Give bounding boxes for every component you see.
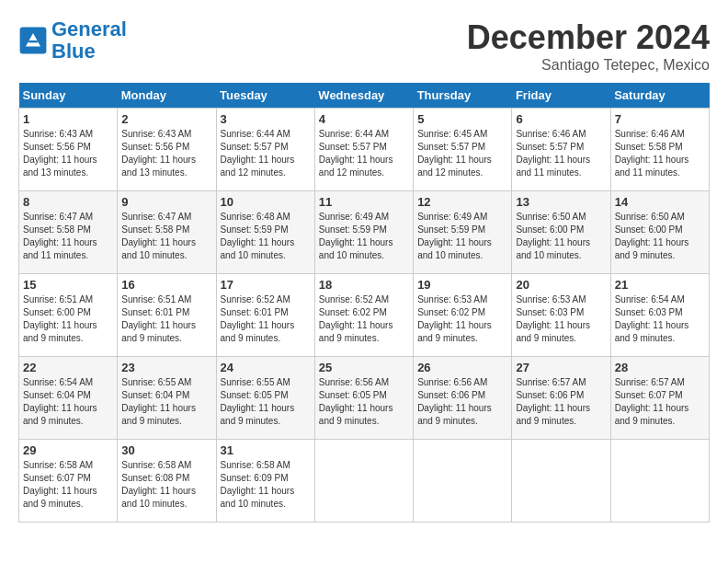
calendar-cell: 2 Sunrise: 6:43 AMSunset: 5:56 PMDayligh… xyxy=(118,109,216,191)
page-header: General Blue December 2024 Santiago Tete… xyxy=(18,18,710,74)
day-info: Sunrise: 6:55 AMSunset: 6:04 PMDaylight:… xyxy=(121,376,211,428)
day-info: Sunrise: 6:58 AMSunset: 6:07 PMDaylight:… xyxy=(23,459,113,511)
calendar-cell: 11 Sunrise: 6:49 AMSunset: 5:59 PMDaylig… xyxy=(314,191,413,274)
calendar-cell: 19 Sunrise: 6:53 AMSunset: 6:02 PMDaylig… xyxy=(414,274,512,357)
weekday-header-row: SundayMondayTuesdayWednesdayThursdayFrid… xyxy=(19,83,710,109)
day-info: Sunrise: 6:56 AMSunset: 6:05 PMDaylight:… xyxy=(319,376,409,428)
logo: General Blue xyxy=(18,18,127,63)
day-number: 8 xyxy=(23,195,113,209)
day-info: Sunrise: 6:50 AMSunset: 6:00 PMDaylight:… xyxy=(615,211,705,262)
location-title: Santiago Tetepec, Mexico xyxy=(467,57,710,74)
day-number: 15 xyxy=(23,278,113,292)
day-info: Sunrise: 6:54 AMSunset: 6:03 PMDaylight:… xyxy=(615,293,705,345)
svg-rect-2 xyxy=(28,40,38,42)
day-number: 11 xyxy=(319,195,409,209)
weekday-header-wednesday: Wednesday xyxy=(314,83,413,109)
calendar-cell: 31 Sunrise: 6:58 AMSunset: 6:09 PMDaylig… xyxy=(216,440,314,523)
calendar-cell: 14 Sunrise: 6:50 AMSunset: 6:00 PMDaylig… xyxy=(610,191,709,274)
calendar-table: SundayMondayTuesdayWednesdayThursdayFrid… xyxy=(18,83,710,523)
day-info: Sunrise: 6:51 AMSunset: 6:01 PMDaylight:… xyxy=(121,293,211,345)
weekday-header-thursday: Thursday xyxy=(414,83,512,109)
calendar-cell: 18 Sunrise: 6:52 AMSunset: 6:02 PMDaylig… xyxy=(314,274,413,357)
day-info: Sunrise: 6:50 AMSunset: 6:00 PMDaylight:… xyxy=(516,211,606,262)
day-number: 19 xyxy=(417,278,507,292)
calendar-cell: 13 Sunrise: 6:50 AMSunset: 6:00 PMDaylig… xyxy=(512,191,610,274)
weekday-header-friday: Friday xyxy=(512,83,610,109)
day-number: 24 xyxy=(221,361,311,374)
weekday-header-tuesday: Tuesday xyxy=(216,83,314,109)
day-info: Sunrise: 6:46 AMSunset: 5:57 PMDaylight:… xyxy=(516,128,606,179)
day-info: Sunrise: 6:44 AMSunset: 5:57 PMDaylight:… xyxy=(319,128,409,179)
day-info: Sunrise: 6:53 AMSunset: 6:03 PMDaylight:… xyxy=(516,293,606,345)
calendar-cell: 25 Sunrise: 6:56 AMSunset: 6:05 PMDaylig… xyxy=(314,357,413,440)
day-info: Sunrise: 6:49 AMSunset: 5:59 PMDaylight:… xyxy=(417,211,507,262)
day-number: 18 xyxy=(319,278,409,292)
day-info: Sunrise: 6:53 AMSunset: 6:02 PMDaylight:… xyxy=(417,293,507,345)
month-title: December 2024 xyxy=(467,18,710,57)
calendar-cell: 24 Sunrise: 6:55 AMSunset: 6:05 PMDaylig… xyxy=(216,357,314,440)
day-number: 16 xyxy=(121,278,211,292)
day-number: 7 xyxy=(615,112,705,126)
day-info: Sunrise: 6:43 AMSunset: 5:56 PMDaylight:… xyxy=(23,128,113,179)
day-info: Sunrise: 6:58 AMSunset: 6:09 PMDaylight:… xyxy=(221,459,311,511)
calendar-body: 1 Sunrise: 6:43 AMSunset: 5:56 PMDayligh… xyxy=(19,109,710,523)
week-row-3: 15 Sunrise: 6:51 AMSunset: 6:00 PMDaylig… xyxy=(19,274,710,357)
day-info: Sunrise: 6:52 AMSunset: 6:02 PMDaylight:… xyxy=(319,293,409,345)
weekday-header-sunday: Sunday xyxy=(19,83,118,109)
day-info: Sunrise: 6:56 AMSunset: 6:06 PMDaylight:… xyxy=(417,376,507,428)
day-number: 10 xyxy=(221,195,311,209)
calendar-cell: 12 Sunrise: 6:49 AMSunset: 5:59 PMDaylig… xyxy=(414,191,512,274)
day-info: Sunrise: 6:51 AMSunset: 6:00 PMDaylight:… xyxy=(23,293,113,345)
day-info: Sunrise: 6:45 AMSunset: 5:57 PMDaylight:… xyxy=(417,128,507,179)
calendar-cell: 27 Sunrise: 6:57 AMSunset: 6:06 PMDaylig… xyxy=(512,357,610,440)
day-number: 17 xyxy=(221,278,311,292)
calendar-cell: 20 Sunrise: 6:53 AMSunset: 6:03 PMDaylig… xyxy=(512,274,610,357)
day-number: 4 xyxy=(319,112,409,126)
week-row-1: 1 Sunrise: 6:43 AMSunset: 5:56 PMDayligh… xyxy=(19,109,710,191)
calendar-cell: 15 Sunrise: 6:51 AMSunset: 6:00 PMDaylig… xyxy=(19,274,118,357)
calendar-cell: 7 Sunrise: 6:46 AMSunset: 5:58 PMDayligh… xyxy=(610,109,709,191)
day-number: 23 xyxy=(121,361,211,374)
calendar-cell: 17 Sunrise: 6:52 AMSunset: 6:01 PMDaylig… xyxy=(216,274,314,357)
calendar-cell xyxy=(610,440,709,523)
day-number: 26 xyxy=(417,361,507,374)
calendar-cell: 16 Sunrise: 6:51 AMSunset: 6:01 PMDaylig… xyxy=(118,274,216,357)
calendar-cell: 21 Sunrise: 6:54 AMSunset: 6:03 PMDaylig… xyxy=(610,274,709,357)
day-number: 6 xyxy=(516,112,606,126)
day-number: 3 xyxy=(221,112,311,126)
logo-text: General Blue xyxy=(51,18,127,63)
calendar-cell xyxy=(314,440,413,523)
calendar-cell: 22 Sunrise: 6:54 AMSunset: 6:04 PMDaylig… xyxy=(19,357,118,440)
day-info: Sunrise: 6:54 AMSunset: 6:04 PMDaylight:… xyxy=(23,376,113,428)
week-row-4: 22 Sunrise: 6:54 AMSunset: 6:04 PMDaylig… xyxy=(19,357,710,440)
day-number: 20 xyxy=(516,278,606,292)
calendar-cell: 30 Sunrise: 6:58 AMSunset: 6:08 PMDaylig… xyxy=(118,440,216,523)
title-block: December 2024 Santiago Tetepec, Mexico xyxy=(467,18,710,74)
day-number: 1 xyxy=(23,112,113,126)
calendar-cell: 6 Sunrise: 6:46 AMSunset: 5:57 PMDayligh… xyxy=(512,109,610,191)
day-number: 31 xyxy=(221,443,311,457)
day-info: Sunrise: 6:46 AMSunset: 5:58 PMDaylight:… xyxy=(615,128,705,179)
day-number: 25 xyxy=(319,361,409,374)
day-info: Sunrise: 6:43 AMSunset: 5:56 PMDaylight:… xyxy=(121,128,211,179)
day-number: 9 xyxy=(121,195,211,209)
calendar-cell: 29 Sunrise: 6:58 AMSunset: 6:07 PMDaylig… xyxy=(19,440,118,523)
day-number: 30 xyxy=(121,443,211,457)
day-info: Sunrise: 6:57 AMSunset: 6:07 PMDaylight:… xyxy=(615,376,705,428)
calendar-cell xyxy=(512,440,610,523)
day-number: 12 xyxy=(417,195,507,209)
day-number: 13 xyxy=(516,195,606,209)
calendar-cell: 3 Sunrise: 6:44 AMSunset: 5:57 PMDayligh… xyxy=(216,109,314,191)
day-number: 27 xyxy=(516,361,606,374)
week-row-5: 29 Sunrise: 6:58 AMSunset: 6:07 PMDaylig… xyxy=(19,440,710,523)
calendar-cell: 23 Sunrise: 6:55 AMSunset: 6:04 PMDaylig… xyxy=(118,357,216,440)
calendar-cell xyxy=(414,440,512,523)
calendar-cell: 4 Sunrise: 6:44 AMSunset: 5:57 PMDayligh… xyxy=(314,109,413,191)
day-number: 22 xyxy=(23,361,113,374)
day-number: 28 xyxy=(615,361,705,374)
day-info: Sunrise: 6:55 AMSunset: 6:05 PMDaylight:… xyxy=(221,376,311,428)
day-number: 14 xyxy=(615,195,705,209)
weekday-header-saturday: Saturday xyxy=(610,83,709,109)
weekday-header-monday: Monday xyxy=(118,83,216,109)
day-info: Sunrise: 6:44 AMSunset: 5:57 PMDaylight:… xyxy=(221,128,311,179)
